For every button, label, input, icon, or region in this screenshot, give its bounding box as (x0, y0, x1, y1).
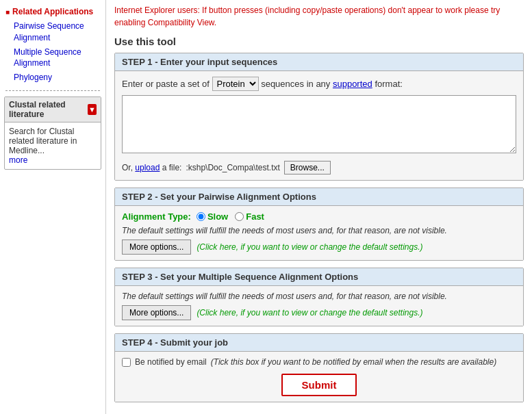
fast-label: Fast (246, 211, 264, 222)
upload-filename: :kshp\Doc_Compa\test.txt (186, 163, 279, 172)
notify-row: Be notified by email (Tick this box if y… (122, 357, 516, 367)
step3-header: STEP 3 - Set your Multiple Sequence Alig… (115, 268, 523, 286)
notify-italic: (Tick this box if you want to be notifie… (211, 357, 496, 367)
widget-body: Search for Clustal related literature in… (5, 122, 101, 169)
step3-box: STEP 3 - Set your Multiple Sequence Alig… (114, 268, 524, 326)
ie-warning: Internet Explorer users: If button press… (114, 4, 524, 29)
sequence-type-select[interactable]: Protein DNA RNA (212, 77, 259, 91)
step3-italic-note: The default settings will fulfill the ne… (122, 292, 516, 301)
step1-box: STEP 1 - Enter your input sequences Ente… (114, 53, 524, 181)
step1-header: STEP 1 - Enter your input sequences (115, 53, 523, 71)
slow-label: Slow (207, 211, 228, 222)
upload-prefix: Or, upload a file: (122, 163, 181, 172)
step2-more-options-button[interactable]: More options... (122, 240, 191, 255)
submit-row: Submit (122, 374, 516, 396)
clustal-widget: Clustal related literature ▼ Search for … (4, 96, 101, 170)
upload-link[interactable]: upload (135, 163, 160, 172)
use-tool-heading: Use this tool (114, 36, 524, 47)
submit-button[interactable]: Submit (281, 374, 357, 396)
widget-more-link[interactable]: more (9, 155, 27, 165)
step2-body: Alignment Type: Slow Fast The default se… (115, 206, 523, 260)
step2-box: STEP 2 - Set your Pairwise Alignment Opt… (114, 187, 524, 261)
step3-more-options-button[interactable]: More options... (122, 305, 191, 320)
sidebar: ■ Related Applications Pairwise Sequence… (0, 0, 106, 414)
fast-radio[interactable] (235, 212, 244, 221)
step3-body: The default settings will fulfill the ne… (115, 286, 523, 326)
sidebar-divider (5, 90, 100, 91)
step2-italic-note: The default settings will fulfill the ne… (122, 226, 516, 235)
slow-radio[interactable] (197, 212, 205, 221)
sidebar-item-pairwise[interactable]: Pairwise Sequence Alignment (0, 19, 105, 45)
supported-link[interactable]: supported (333, 79, 372, 89)
sequence-textarea[interactable] (122, 95, 516, 153)
label-prefix: Enter or paste a set of (122, 79, 210, 89)
step3-click-note: (Click here, if you want to view or chan… (197, 308, 422, 318)
upload-row: Or, upload a file: :kshp\Doc_Compa\test.… (122, 161, 516, 174)
widget-body-text: Search for Clustal related literature in… (9, 127, 77, 155)
step2-click-note: (Click here, if you want to view or chan… (197, 242, 422, 252)
widget-header: Clustal related literature ▼ (5, 97, 101, 122)
step4-box: STEP 4 - Submit your job Be notified by … (114, 333, 524, 402)
step3-more-options-row: More options... (Click here, if you want… (122, 305, 516, 320)
fast-option: Fast (235, 211, 264, 222)
widget-title: Clustal related literature (9, 100, 88, 119)
bullet-icon: ■ (5, 8, 10, 16)
notify-label: Be notified by email (135, 357, 207, 367)
widget-toggle-button[interactable]: ▼ (88, 104, 97, 115)
sequences-label: Enter or paste a set of Protein DNA RNA … (122, 77, 516, 91)
step2-more-options-row: More options... (Click here, if you want… (122, 240, 516, 255)
main-content: Internet Explorer users: If button press… (106, 0, 532, 414)
alignment-radio-group: Slow Fast (197, 211, 264, 222)
step2-header: STEP 2 - Set your Pairwise Alignment Opt… (115, 188, 523, 206)
related-apps-title: ■ Related Applications (0, 4, 105, 19)
step1-body: Enter or paste a set of Protein DNA RNA … (115, 71, 523, 180)
sidebar-item-multiple[interactable]: Multiple Sequence Alignment (0, 45, 105, 71)
step4-body: Be notified by email (Tick this box if y… (115, 352, 523, 402)
notify-checkbox[interactable] (122, 358, 131, 367)
alignment-type-label: Alignment Type: (122, 211, 191, 222)
sidebar-item-phylogeny[interactable]: Phylogeny (0, 70, 105, 85)
alignment-type-row: Alignment Type: Slow Fast (122, 211, 516, 222)
step4-header: STEP 4 - Submit your job (115, 334, 523, 352)
label-end: format: (375, 79, 402, 89)
browse-button[interactable]: Browse... (284, 161, 331, 174)
label-suffix: sequences in any (261, 79, 333, 89)
slow-option: Slow (197, 211, 228, 222)
